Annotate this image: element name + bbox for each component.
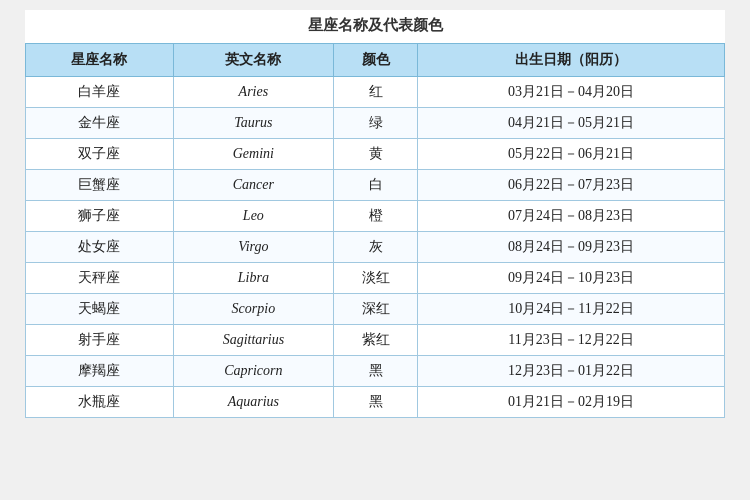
cell-english-name: Taurus (173, 108, 333, 139)
table-row: 狮子座Leo橙07月24日－08月23日 (26, 201, 725, 232)
cell-date: 06月22日－07月23日 (418, 170, 725, 201)
cell-english-name: Scorpio (173, 294, 333, 325)
cell-chinese-name: 金牛座 (26, 108, 174, 139)
cell-color: 绿 (333, 108, 417, 139)
cell-color: 深红 (333, 294, 417, 325)
cell-date: 03月21日－04月20日 (418, 77, 725, 108)
col-header-chinese: 星座名称 (26, 44, 174, 77)
cell-english-name: Sagittarius (173, 325, 333, 356)
col-header-color: 颜色 (333, 44, 417, 77)
cell-date: 12月23日－01月22日 (418, 356, 725, 387)
cell-chinese-name: 射手座 (26, 325, 174, 356)
main-container: 星座名称及代表颜色 星座名称 英文名称 颜色 出生日期（阳历） 白羊座Aries… (25, 10, 725, 418)
cell-chinese-name: 狮子座 (26, 201, 174, 232)
table-header-row: 星座名称 英文名称 颜色 出生日期（阳历） (26, 44, 725, 77)
cell-english-name: Gemini (173, 139, 333, 170)
cell-english-name: Leo (173, 201, 333, 232)
cell-color: 橙 (333, 201, 417, 232)
cell-date: 11月23日－12月22日 (418, 325, 725, 356)
cell-chinese-name: 巨蟹座 (26, 170, 174, 201)
cell-date: 05月22日－06月21日 (418, 139, 725, 170)
cell-date: 09月24日－10月23日 (418, 263, 725, 294)
cell-english-name: Aries (173, 77, 333, 108)
cell-chinese-name: 天秤座 (26, 263, 174, 294)
cell-date: 08月24日－09月23日 (418, 232, 725, 263)
table-row: 白羊座Aries红03月21日－04月20日 (26, 77, 725, 108)
cell-date: 10月24日－11月22日 (418, 294, 725, 325)
cell-color: 红 (333, 77, 417, 108)
table-row: 处女座Virgo灰08月24日－09月23日 (26, 232, 725, 263)
cell-english-name: Aquarius (173, 387, 333, 418)
col-header-english: 英文名称 (173, 44, 333, 77)
table-row: 水瓶座Aquarius黑01月21日－02月19日 (26, 387, 725, 418)
cell-color: 紫红 (333, 325, 417, 356)
page-title: 星座名称及代表颜色 (25, 10, 725, 43)
cell-date: 07月24日－08月23日 (418, 201, 725, 232)
table-row: 摩羯座Capricorn黑12月23日－01月22日 (26, 356, 725, 387)
cell-chinese-name: 双子座 (26, 139, 174, 170)
cell-color: 黑 (333, 387, 417, 418)
table-row: 射手座Sagittarius紫红11月23日－12月22日 (26, 325, 725, 356)
table-row: 巨蟹座Cancer白06月22日－07月23日 (26, 170, 725, 201)
cell-chinese-name: 水瓶座 (26, 387, 174, 418)
cell-chinese-name: 白羊座 (26, 77, 174, 108)
cell-color: 淡红 (333, 263, 417, 294)
cell-chinese-name: 天蝎座 (26, 294, 174, 325)
cell-date: 04月21日－05月21日 (418, 108, 725, 139)
zodiac-table: 星座名称 英文名称 颜色 出生日期（阳历） 白羊座Aries红03月21日－04… (25, 43, 725, 418)
cell-english-name: Capricorn (173, 356, 333, 387)
col-header-date: 出生日期（阳历） (418, 44, 725, 77)
cell-color: 白 (333, 170, 417, 201)
cell-chinese-name: 摩羯座 (26, 356, 174, 387)
cell-color: 灰 (333, 232, 417, 263)
cell-english-name: Libra (173, 263, 333, 294)
cell-chinese-name: 处女座 (26, 232, 174, 263)
cell-english-name: Cancer (173, 170, 333, 201)
cell-color: 黄 (333, 139, 417, 170)
cell-color: 黑 (333, 356, 417, 387)
table-row: 天蝎座Scorpio深红10月24日－11月22日 (26, 294, 725, 325)
table-row: 天秤座Libra淡红09月24日－10月23日 (26, 263, 725, 294)
cell-english-name: Virgo (173, 232, 333, 263)
table-row: 双子座Gemini黄05月22日－06月21日 (26, 139, 725, 170)
cell-date: 01月21日－02月19日 (418, 387, 725, 418)
table-row: 金牛座Taurus绿04月21日－05月21日 (26, 108, 725, 139)
